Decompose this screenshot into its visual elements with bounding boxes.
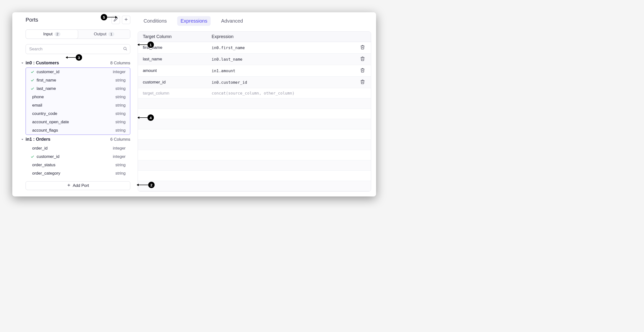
column-name: order_status bbox=[32, 163, 56, 167]
column-type: string bbox=[115, 120, 126, 124]
check-icon bbox=[30, 154, 35, 159]
column-type: string bbox=[115, 171, 126, 176]
column-type: string bbox=[115, 78, 126, 83]
column-name: country_code bbox=[32, 111, 57, 116]
callout-badge: 2 bbox=[148, 182, 154, 188]
ports-tree: in0 : Customers 8 Columns customer_id in… bbox=[26, 58, 130, 178]
header-target-column: Target Column bbox=[143, 34, 212, 39]
port-group-header[interactable]: in1 : Orders 6 Columns bbox=[26, 135, 130, 144]
column-name: email bbox=[32, 103, 42, 108]
expression-row-empty bbox=[138, 171, 371, 181]
search-wrap bbox=[26, 44, 130, 54]
expression-row-new[interactable]: target_column concat(source_column, othe… bbox=[138, 88, 371, 98]
expression-value: in1.amount bbox=[212, 68, 359, 73]
port-group: in0 : Customers 8 Columns customer_id in… bbox=[26, 58, 130, 135]
expression-row[interactable]: amount in1.amount bbox=[138, 65, 371, 77]
expression-value: in0.customer_id bbox=[212, 80, 359, 85]
column-row[interactable]: last_name string bbox=[26, 84, 130, 93]
column-row[interactable]: order_category string bbox=[26, 169, 130, 178]
delete-row-button[interactable] bbox=[359, 79, 366, 86]
input-count-badge: 2 bbox=[54, 32, 60, 36]
delete-row-button[interactable] bbox=[359, 56, 366, 63]
port-group: in1 : Orders 6 Columns order_id integer … bbox=[26, 135, 130, 178]
callout-3: 3 bbox=[66, 54, 82, 61]
search-input[interactable] bbox=[26, 44, 130, 54]
port-name: in0 : Customers bbox=[26, 60, 59, 65]
column-name: customer_id bbox=[36, 69, 60, 74]
column-row[interactable]: country_code string bbox=[26, 109, 130, 118]
expression-value: in0.last_name bbox=[212, 57, 359, 62]
delete-row-button[interactable] bbox=[359, 67, 366, 74]
column-type: integer bbox=[113, 146, 126, 151]
column-row[interactable]: customer_id integer bbox=[26, 68, 130, 76]
expression-row-empty bbox=[138, 140, 371, 150]
trash-icon bbox=[360, 45, 365, 50]
ports-title: Ports bbox=[26, 17, 38, 23]
column-name: account_open_date bbox=[32, 120, 69, 124]
expressions-table-body: first_name in0.first_name last_name in0.… bbox=[138, 42, 371, 191]
input-tab-label: Input bbox=[43, 32, 52, 36]
expressions-table: Target Column Expression first_name in0.… bbox=[138, 31, 371, 192]
output-tab-label: Output bbox=[94, 32, 106, 36]
expression-row[interactable]: last_name in0.last_name bbox=[138, 53, 371, 65]
callout-5: 5 bbox=[101, 14, 117, 20]
column-name: last_name bbox=[36, 86, 56, 91]
expression-row-empty bbox=[138, 181, 371, 191]
output-count-badge: 1 bbox=[108, 32, 114, 36]
expression-row-empty bbox=[138, 98, 371, 109]
callout-4: 4 bbox=[138, 114, 154, 121]
column-type: string bbox=[115, 103, 126, 108]
app-window: Ports Input 2 Output bbox=[12, 12, 376, 196]
expression-row-empty bbox=[138, 150, 371, 160]
expression-value: in0.first_name bbox=[212, 45, 359, 50]
callout-badge: 3 bbox=[76, 54, 82, 61]
callout-badge: 5 bbox=[101, 14, 107, 20]
expression-row-empty bbox=[138, 119, 371, 129]
column-row[interactable]: first_name string bbox=[26, 76, 130, 84]
callout-badge: 4 bbox=[148, 114, 154, 121]
expression-placeholder: concat(source_column, other_column) bbox=[212, 91, 366, 95]
column-count: 6 Columns bbox=[110, 137, 130, 142]
check-icon bbox=[30, 70, 35, 74]
tabs: ConditionsExpressionsAdvanced bbox=[138, 15, 371, 27]
target-column-value: customer_id bbox=[143, 80, 212, 85]
column-type: string bbox=[115, 94, 126, 99]
expression-row[interactable]: customer_id in0.customer_id bbox=[138, 77, 371, 88]
callout-2: 2 bbox=[137, 182, 154, 188]
column-row[interactable]: order_status string bbox=[26, 161, 130, 169]
tab-expressions[interactable]: Expressions bbox=[177, 16, 211, 26]
svg-line-3 bbox=[126, 49, 127, 50]
expressions-table-header: Target Column Expression bbox=[138, 32, 371, 42]
input-tab[interactable]: Input 2 bbox=[26, 30, 78, 38]
output-tab[interactable]: Output 1 bbox=[78, 30, 130, 38]
expression-row-empty bbox=[138, 109, 371, 119]
column-row[interactable]: account_flags string bbox=[26, 126, 130, 135]
add-port-button[interactable]: Add Port bbox=[26, 181, 130, 190]
expression-row[interactable]: first_name in0.first_name bbox=[138, 42, 371, 53]
column-row[interactable]: phone string bbox=[26, 93, 130, 101]
header-expression: Expression bbox=[212, 34, 366, 39]
check-icon bbox=[30, 86, 35, 91]
trash-icon bbox=[360, 56, 365, 62]
column-type: integer bbox=[113, 154, 126, 159]
column-row[interactable]: customer_id integer bbox=[26, 152, 130, 161]
plus-icon bbox=[124, 17, 128, 22]
column-name: customer_id bbox=[36, 154, 60, 159]
expression-row-empty bbox=[138, 129, 371, 140]
search-icon bbox=[123, 46, 127, 52]
delete-row-button[interactable] bbox=[359, 44, 366, 51]
column-row[interactable]: order_id integer bbox=[26, 144, 130, 152]
column-type: string bbox=[115, 163, 126, 167]
column-row[interactable]: account_open_date string bbox=[26, 118, 130, 126]
check-icon bbox=[30, 78, 35, 82]
tab-conditions[interactable]: Conditions bbox=[140, 16, 170, 26]
tab-advanced[interactable]: Advanced bbox=[218, 16, 246, 26]
caret-down-icon bbox=[21, 138, 24, 141]
column-name: order_category bbox=[32, 171, 60, 176]
expression-row-empty bbox=[138, 160, 371, 171]
add-button[interactable] bbox=[122, 16, 130, 24]
column-row[interactable]: email string bbox=[26, 101, 130, 109]
column-type: string bbox=[115, 111, 126, 116]
target-column-placeholder: target_column bbox=[143, 91, 212, 96]
callout-badge: 1 bbox=[148, 41, 154, 48]
